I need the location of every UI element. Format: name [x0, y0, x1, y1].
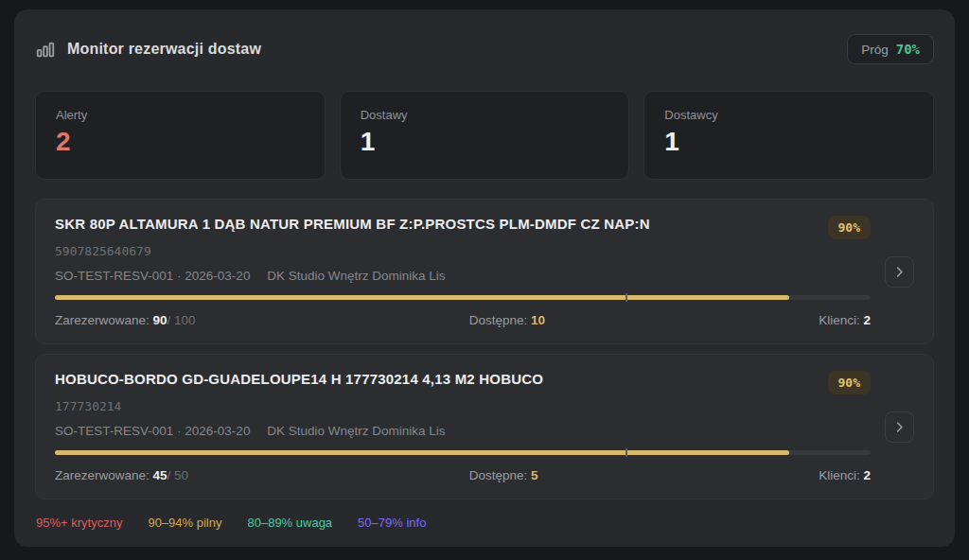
counts-row: Zarezerwowane: 45/ 50 Dostępne: 5 Klienc… [55, 468, 871, 482]
alert-list: SKR 80P ALTAMURA 1 DĄB NATUR PREMIUM BF … [35, 199, 934, 499]
alert-main: SKR 80P ALTAMURA 1 DĄB NATUR PREMIUM BF … [55, 216, 871, 327]
progress-fill [55, 295, 789, 300]
meta-separator: · [177, 424, 182, 438]
stat-label: Alerty [56, 108, 305, 122]
delivery-date: 2026-03-20 [185, 269, 250, 283]
delivery-date: 2026-03-20 [185, 424, 250, 438]
stat-card-deliveries: Dostawy 1 [340, 91, 630, 180]
alert-card[interactable]: SKR 80P ALTAMURA 1 DĄB NATUR PREMIUM BF … [35, 199, 934, 344]
threshold-tick [625, 448, 627, 457]
stat-value-alerts: 2 [56, 127, 305, 157]
legend-urgent: 90–94% pilny [148, 516, 221, 530]
alert-meta: SO-TEST-RESV-001 · 2026-03-20 DK Studio … [55, 424, 871, 438]
alert-main: HOBUCO-BORDO GD-GUADELOUPE14 H 177730214… [55, 371, 871, 482]
threshold-tick [625, 293, 627, 302]
alert-meta: SO-TEST-RESV-001 · 2026-03-20 DK Studio … [55, 269, 871, 283]
stat-card-suppliers: Dostawcy 1 [643, 91, 934, 180]
stat-value-deliveries: 1 [361, 127, 609, 157]
counts-row: Zarezerwowane: 90/ 100 Dostępne: 10 Klie… [55, 313, 871, 327]
threshold-label: Próg [861, 43, 889, 57]
order-number: SO-TEST-RESV-001 [55, 269, 173, 283]
clients-count: Klienci: 2 [819, 468, 871, 482]
chevron-right-icon [892, 420, 907, 434]
alert-title: HOBUCO-BORDO GD-GUADELOUPE14 H 177730214… [55, 371, 543, 387]
alert-barcode: 5907825640679 [55, 244, 871, 258]
alert-barcode: 177730214 [55, 399, 871, 413]
progress-fill [55, 450, 789, 455]
threshold-value: 70% [896, 42, 920, 57]
bar-chart-icon [35, 39, 56, 60]
clients-count: Klienci: 2 [819, 313, 871, 327]
alert-card[interactable]: HOBUCO-BORDO GD-GUADELOUPE14 H 177730214… [35, 354, 934, 499]
panel-header: Monitor rezerwacji dostaw Próg 70% [35, 28, 934, 70]
legend-info: 50–79% info [358, 516, 426, 530]
stats-row: Alerty 2 Dostawy 1 Dostawcy 1 [35, 91, 934, 180]
stat-label: Dostawcy [664, 108, 913, 122]
available-count: Dostępne: 5 [469, 468, 538, 482]
legend-critical: 95%+ krytyczny [36, 516, 122, 530]
meta-separator: · [177, 269, 182, 283]
alert-title: SKR 80P ALTAMURA 1 DĄB NATUR PREMIUM BF … [55, 216, 650, 232]
customer-name: DK Studio Wnętrz Dominika Lis [267, 424, 445, 438]
chevron-right-icon [892, 265, 907, 279]
open-alert-button[interactable] [885, 411, 914, 443]
monitor-panel: Monitor rezerwacji dostaw Próg 70% Alert… [14, 9, 955, 547]
reservation-progress-bar [55, 450, 871, 455]
percent-badge: 90% [828, 371, 871, 394]
reserved-count: Zarezerwowane: 45/ 50 [55, 468, 188, 482]
stat-label: Dostawy [361, 108, 609, 122]
customer-name: DK Studio Wnętrz Dominika Lis [267, 269, 445, 283]
severity-legend: 95%+ krytyczny 90–94% pilny 80–89% uwaga… [35, 516, 934, 530]
stat-card-alerts: Alerty 2 [35, 91, 326, 180]
legend-warning: 80–89% uwaga [247, 516, 332, 530]
stat-value-suppliers: 1 [664, 127, 913, 157]
order-number: SO-TEST-RESV-001 [55, 424, 173, 438]
reserved-count: Zarezerwowane: 90/ 100 [55, 313, 196, 327]
reservation-progress-bar [55, 295, 871, 300]
available-count: Dostępne: 10 [469, 313, 545, 327]
open-alert-button[interactable] [885, 256, 914, 288]
page-title: Monitor rezerwacji dostaw [67, 41, 261, 58]
percent-badge: 90% [828, 216, 871, 239]
threshold-badge: Próg 70% [847, 34, 934, 64]
